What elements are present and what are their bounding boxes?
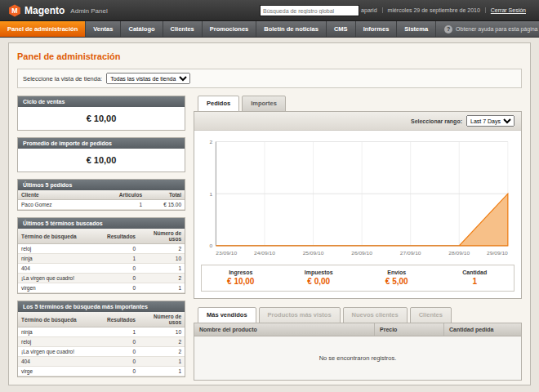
nav-item-panel-de-administracion[interactable]: Panel de administración bbox=[0, 21, 86, 37]
table-cell: 2 bbox=[139, 347, 185, 357]
table-row: virgen01 bbox=[18, 283, 185, 293]
column-header: Artículos bbox=[111, 190, 145, 200]
total-label: Ingresos bbox=[202, 270, 280, 275]
table-cell: Paco Gomez bbox=[18, 200, 111, 210]
grid-column-header: Nombre del producto bbox=[194, 323, 374, 336]
range-bar: Seleccionar rango: Last 7 Days bbox=[194, 112, 521, 131]
orders-panel: Seleccionar rango: Last 7 Days 01223/09/… bbox=[194, 111, 522, 299]
table-cell: reloj bbox=[18, 244, 104, 254]
card-title: Últimos 5 términos buscados bbox=[18, 218, 185, 229]
main-nav: Panel de administraciónVentasCatálogoCli… bbox=[0, 21, 539, 38]
last-search-terms-table: Término de búsquedaResultadosNúmero de u… bbox=[18, 229, 185, 293]
total-label: Cantidad bbox=[436, 270, 514, 275]
table-row: 40401 bbox=[18, 264, 185, 274]
nav-item-ventas[interactable]: Ventas bbox=[86, 21, 121, 37]
table-cell: 404 bbox=[18, 357, 104, 367]
grid-header: Nombre del productoPrecioCantidad pedida bbox=[194, 323, 521, 336]
table-row: ninja110 bbox=[18, 327, 185, 337]
table-row: reloj02 bbox=[18, 244, 185, 254]
svg-text:0: 0 bbox=[210, 243, 213, 248]
table-row: virge01 bbox=[18, 367, 185, 376]
column-header: Número de usos bbox=[139, 312, 185, 327]
top-search-terms-table: Término de búsquedaResultadosNúmero de u… bbox=[18, 312, 185, 376]
table-cell: 1 bbox=[139, 357, 185, 367]
table-cell: 1 bbox=[104, 327, 139, 337]
table-cell: virgen bbox=[18, 283, 104, 293]
store-view-select[interactable]: Todas las vistas de tienda bbox=[106, 73, 190, 84]
nav-item-sistema[interactable]: Sistema bbox=[397, 21, 436, 37]
logo-subtext: Admin Panel bbox=[70, 7, 107, 15]
table-cell: reloj bbox=[18, 337, 104, 347]
svg-text:24/09/10: 24/09/10 bbox=[254, 250, 275, 256]
column-header: Término de búsqueda bbox=[18, 229, 104, 244]
grid-empty-message: No se encontraron registros. bbox=[194, 336, 521, 380]
table-cell: ninja bbox=[18, 254, 104, 264]
table-row: ninja110 bbox=[18, 254, 185, 264]
app-header: M Magento Admin Panel Accedió como apari… bbox=[0, 0, 539, 21]
dashboard-left-column: Ciclo de ventas € 10,00 Promedio de impo… bbox=[17, 96, 185, 384]
current-date: miércoles 29 de septiembre de 2010 bbox=[382, 7, 485, 13]
table-cell: 0 bbox=[104, 357, 139, 367]
page-title: Panel de administración bbox=[17, 51, 522, 61]
orders-chart: 01223/09/1024/09/1025/09/1026/09/1027/09… bbox=[194, 131, 521, 258]
table-cell: 1 bbox=[139, 264, 185, 274]
table-cell: ¡La virgen que cuadro! bbox=[18, 347, 104, 357]
svg-text:2: 2 bbox=[210, 139, 213, 145]
nav-item-promociones[interactable]: Promociones bbox=[203, 21, 257, 37]
bottom-section: Más vendidosProductos más vistosNuevos c… bbox=[194, 307, 522, 381]
table-row: reloj02 bbox=[18, 337, 185, 347]
svg-text:M: M bbox=[11, 7, 17, 15]
bottom-tabs: Más vendidosProductos más vistosNuevos c… bbox=[194, 307, 522, 323]
nav-item-cms[interactable]: CMS bbox=[327, 21, 356, 37]
column-header: Resultados bbox=[104, 312, 139, 327]
dashboard-tabs: PedidosImportes bbox=[194, 96, 522, 111]
table-cell: 1 bbox=[104, 254, 139, 264]
column-header: Número de usos bbox=[139, 229, 185, 244]
totals-row: Ingresos€ 10,00Impuestos€ 0,00Envíos€ 5,… bbox=[201, 265, 514, 292]
table-cell: 1 bbox=[139, 283, 185, 293]
table-row: 40401 bbox=[18, 357, 185, 367]
total-envios: Envíos€ 5,00 bbox=[358, 265, 436, 291]
main-nav-items: Panel de administraciónVentasCatálogoCli… bbox=[0, 21, 436, 37]
help-link[interactable]: ? Obtener ayuda para esta página bbox=[436, 21, 539, 37]
table-cell: 2 bbox=[139, 274, 185, 283]
table-cell: 0 bbox=[104, 337, 139, 347]
range-select[interactable]: Last 7 Days bbox=[466, 115, 514, 127]
help-icon: ? bbox=[444, 25, 452, 33]
total-cantidad: Cantidad1 bbox=[436, 265, 514, 291]
help-label: Obtener ayuda para esta página bbox=[456, 26, 537, 32]
products-grid: Nombre del productoPrecioCantidad pedida… bbox=[194, 323, 522, 381]
card-title: Ciclo de ventas bbox=[18, 96, 185, 107]
tab-mas-vendidos[interactable]: Más vendidos bbox=[198, 307, 256, 323]
nav-item-informes[interactable]: Informes bbox=[356, 21, 398, 37]
column-header: Total bbox=[145, 190, 185, 200]
grid-column-header: Cantidad pedida bbox=[443, 323, 521, 336]
nav-item-clientes[interactable]: Clientes bbox=[163, 21, 203, 37]
nav-item-catalogo[interactable]: Catálogo bbox=[121, 21, 163, 37]
total-impuestos: Impuestos€ 0,00 bbox=[280, 265, 359, 291]
logout-link[interactable]: Cerrar Sesión bbox=[485, 7, 531, 13]
tab-productos-mas-vistos: Productos más vistos bbox=[259, 307, 341, 323]
top-search-terms-card: Los 5 términos de búsqueda más important… bbox=[17, 301, 185, 377]
column-header: Cliente bbox=[18, 190, 111, 200]
table-cell: € 15.00 bbox=[145, 200, 185, 210]
tab-clientes: Clientes bbox=[410, 307, 452, 323]
last-search-terms-card: Últimos 5 términos buscados Término de b… bbox=[17, 217, 185, 294]
card-title: Promedio de importe de pedidos bbox=[18, 138, 185, 149]
table-cell: 0 bbox=[104, 347, 139, 357]
logo-text: Magento bbox=[24, 5, 65, 16]
global-search-input[interactable] bbox=[260, 5, 359, 16]
nav-item-boletin-de-noticias[interactable]: Boletín de noticias bbox=[256, 21, 327, 37]
total-value: € 5,00 bbox=[358, 277, 436, 286]
avg-order-card: Promedio de importe de pedidos € 10,00 bbox=[17, 137, 185, 172]
svg-text:29/09/10: 29/09/10 bbox=[487, 250, 508, 256]
total-label: Impuestos bbox=[280, 270, 359, 275]
table-cell: 0 bbox=[104, 283, 139, 293]
card-title: Últimos 5 pedidos bbox=[18, 180, 185, 190]
tab-importes[interactable]: Importes bbox=[242, 96, 286, 112]
tab-pedidos[interactable]: Pedidos bbox=[198, 96, 239, 112]
table-cell: 0 bbox=[104, 367, 139, 376]
table-cell: 404 bbox=[18, 264, 104, 274]
table-row: ¡La virgen que cuadro!02 bbox=[18, 347, 185, 357]
table-row: Paco Gomez1€ 15.00 bbox=[18, 200, 185, 210]
